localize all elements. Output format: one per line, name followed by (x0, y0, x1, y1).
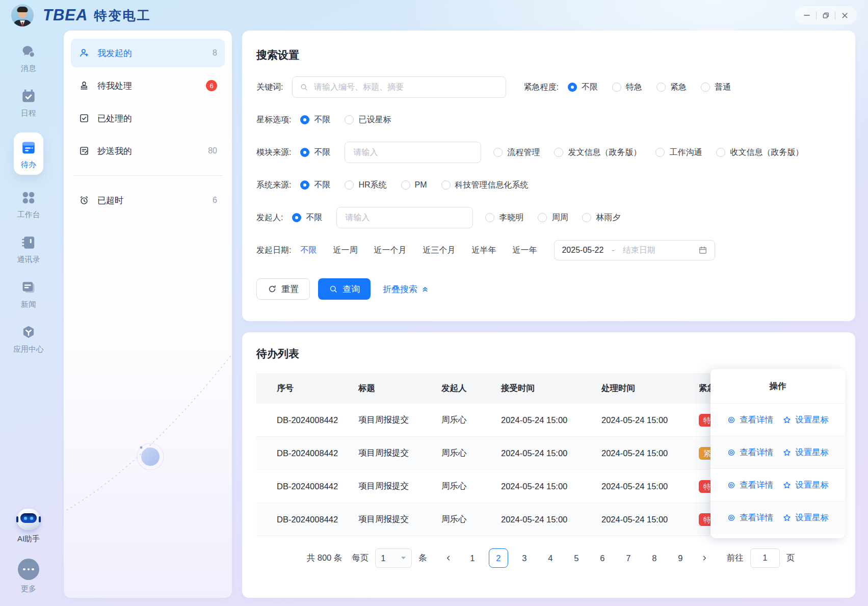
radio-module-outgoing-doc[interactable]: 发文信息（政务版） (554, 147, 641, 158)
view-detail-link[interactable]: 查看详情 (727, 512, 773, 523)
next-page-button[interactable] (697, 548, 712, 568)
radio-initiator-lin-yuxi[interactable]: 林雨夕 (582, 213, 620, 223)
search-actions-row: 重置 查询 折叠搜索 (256, 278, 845, 300)
view-detail-link[interactable]: 查看详情 (727, 414, 773, 426)
contacts-book-icon (20, 234, 37, 251)
date-filter-last-half-year[interactable]: 近半年 (471, 245, 496, 256)
radio-initiator-zhouzhou[interactable]: 周周 (538, 213, 568, 223)
sidebar-item-cc-to-me[interactable]: 抄送我的 80 (71, 137, 225, 165)
page-button-6[interactable]: 6 (593, 548, 612, 568)
keyword-text-input[interactable] (313, 82, 498, 92)
person-plus-icon (78, 47, 90, 59)
set-star-link[interactable]: 设置星标 (782, 512, 829, 523)
view-detail-label: 查看详情 (740, 512, 773, 523)
view-detail-link[interactable]: 查看详情 (727, 480, 773, 491)
per-page-select[interactable]: 1 (375, 548, 412, 568)
item-count: 80 (208, 146, 217, 155)
sidebar-item-processed[interactable]: 已处理的 (71, 104, 225, 133)
page-button-8[interactable]: 8 (645, 548, 664, 568)
radio-star-set[interactable]: 已设星标 (345, 115, 391, 125)
radio-urgency-any[interactable]: 不限 (568, 82, 598, 93)
date-range-picker[interactable]: 2025-05-22 - 结束日期 (554, 240, 715, 260)
column-header-actions: 操作 (711, 369, 845, 404)
goto-page-input[interactable] (750, 548, 780, 568)
restore-button[interactable] (817, 8, 835, 23)
date-filter-last-3-months[interactable]: 近三个月 (423, 245, 455, 256)
radio-module-any[interactable]: 不限 (300, 147, 330, 158)
query-button-label: 查询 (343, 283, 360, 295)
module-label: 模块来源: (256, 147, 291, 158)
close-icon (841, 12, 848, 19)
date-filter-last-month[interactable]: 近一个月 (374, 245, 406, 256)
radio-dot (401, 180, 410, 190)
page-button-7[interactable]: 7 (619, 548, 638, 568)
radio-module-incoming-doc[interactable]: 收文信息（政务版） (716, 147, 803, 158)
nav-item-more[interactable]: 更多 (18, 558, 39, 594)
radio-dot (441, 180, 451, 190)
query-button[interactable]: 查询 (318, 278, 371, 300)
page-button-1[interactable]: 1 (463, 548, 482, 568)
page-button-9[interactable]: 9 (671, 548, 690, 568)
sidebar-item-initiated-by-me[interactable]: 我发起的 8 (71, 39, 225, 67)
radio-dot (655, 148, 665, 157)
date-filter-any[interactable]: 不限 (300, 245, 317, 256)
initiator-input[interactable] (336, 207, 473, 228)
chevron-right-icon (701, 555, 708, 562)
hexagon-apps-icon (20, 324, 37, 341)
radio-urgency-normal[interactable]: 普通 (701, 82, 731, 93)
radio-urgency-extra-urgent[interactable]: 特急 (612, 82, 642, 93)
radio-dot (612, 83, 621, 92)
nav-item-messages[interactable]: 消息 (20, 43, 37, 73)
nav-item-todo[interactable]: 待办 (14, 133, 43, 175)
page-button-3[interactable]: 3 (515, 548, 534, 568)
radio-urgency-urgent[interactable]: 紧急 (656, 82, 687, 93)
radio-system-any[interactable]: 不限 (300, 180, 330, 191)
radio-module-process-mgmt[interactable]: 流程管理 (493, 147, 540, 158)
user-avatar[interactable] (11, 4, 34, 27)
cell-title: 项目周报提交 (358, 447, 441, 459)
radio-system-tech-info[interactable]: 科技管理信息化系统 (441, 180, 529, 191)
page-button-2[interactable]: 2 (489, 548, 508, 568)
calendar-icon (698, 246, 707, 255)
set-star-link[interactable]: 设置星标 (782, 447, 829, 458)
reset-button[interactable]: 重置 (256, 278, 310, 300)
cell-accept-time: 2024-05-24 15:00 (501, 449, 601, 458)
prev-page-button[interactable] (441, 548, 456, 568)
radio-star-any[interactable]: 不限 (300, 115, 330, 125)
radio-system-hr[interactable]: HR系统 (345, 180, 386, 191)
set-star-link[interactable]: 设置星标 (782, 480, 829, 491)
module-input[interactable] (345, 142, 481, 163)
radio-label: 工作沟通 (669, 147, 702, 158)
module-text-input[interactable] (352, 147, 474, 157)
close-button[interactable] (835, 8, 854, 23)
radio-system-pm[interactable]: PM (401, 180, 427, 190)
set-star-label: 设置星标 (795, 512, 829, 523)
set-star-link[interactable]: 设置星标 (782, 414, 829, 426)
star-icon (782, 513, 792, 522)
radio-dot (538, 213, 547, 222)
radio-initiator-li-xiaoming[interactable]: 李晓明 (485, 213, 523, 223)
search-icon (300, 83, 308, 92)
initiator-text-input[interactable] (344, 213, 465, 223)
nav-item-workbench[interactable]: 工作台 (17, 189, 40, 220)
nav-item-news[interactable]: 新闻 (20, 279, 37, 309)
page-button-4[interactable]: 4 (541, 548, 560, 568)
keyword-input[interactable] (292, 76, 506, 98)
nav-item-app-center[interactable]: 应用中心 (13, 324, 44, 354)
radio-label: 流程管理 (507, 147, 540, 158)
nav-item-ai-assistant[interactable]: AI助手 (17, 508, 40, 544)
collapse-search-link[interactable]: 折叠搜索 (383, 283, 429, 295)
nav-item-contacts[interactable]: 通讯录 (17, 234, 40, 265)
radio-dot (716, 148, 725, 157)
sidebar-item-overdue[interactable]: 已超时 6 (71, 186, 225, 215)
view-detail-link[interactable]: 查看详情 (727, 447, 773, 458)
date-filter-last-week[interactable]: 近一周 (333, 245, 357, 256)
page-button-5[interactable]: 5 (567, 548, 586, 568)
sidebar-item-pending-my-action[interactable]: 待我处理 6 (71, 71, 225, 100)
minimize-button[interactable] (798, 8, 816, 23)
radio-initiator-any[interactable]: 不限 (292, 213, 322, 223)
nav-item-schedule[interactable]: 日程 (20, 88, 37, 118)
date-filter-last-year[interactable]: 近一年 (512, 245, 537, 256)
radio-module-work-comm[interactable]: 工作沟通 (655, 147, 702, 158)
initiator-label: 发起人: (256, 213, 283, 223)
